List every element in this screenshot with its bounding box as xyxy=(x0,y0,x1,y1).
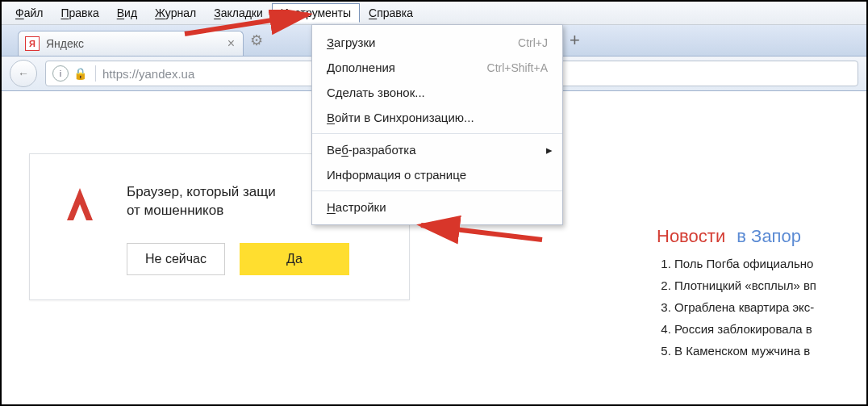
tools-menu: ЗагрузкиCtrl+J ДополненияCtrl+Shift+A Сд… xyxy=(311,24,563,225)
news-block: Новости в Запор Поль Погба официально Пл… xyxy=(657,226,866,366)
menu-file[interactable]: Файл xyxy=(6,3,52,23)
lock-icon: 🔒 xyxy=(73,67,87,80)
shortcut-label: Ctrl+Shift+A xyxy=(487,61,548,74)
menu-web-developer[interactable]: Веб-разработка▸ xyxy=(312,137,562,162)
yandex-favicon: Я xyxy=(25,36,40,51)
new-tab-icon[interactable]: + xyxy=(570,30,580,51)
news-list: Поль Погба официально Плотницкий «всплыл… xyxy=(657,257,866,358)
menu-sign-in-sync[interactable]: Войти в Синхронизацию... xyxy=(312,105,562,130)
news-item[interactable]: Плотницкий «всплыл» вп xyxy=(674,278,866,292)
menu-make-call[interactable]: Сделать звонок... xyxy=(312,80,562,105)
menu-view[interactable]: Вид xyxy=(108,3,146,23)
menu-edit[interactable]: Правка xyxy=(52,3,107,23)
menu-downloads[interactable]: ЗагрузкиCtrl+J xyxy=(312,30,562,55)
chevron-right-icon: ▸ xyxy=(546,143,553,157)
news-item[interactable]: В Каменском мужчина в xyxy=(674,344,866,358)
menu-page-info[interactable]: Информация о странице xyxy=(312,162,562,187)
browser-window: Файл Правка Вид Журнал Закладки Инструме… xyxy=(0,0,868,406)
promo-buttons: Не сейчас Да xyxy=(127,243,349,275)
menu-help[interactable]: Справка xyxy=(360,3,422,23)
menu-addons[interactable]: ДополненияCtrl+Shift+A xyxy=(312,55,562,80)
promo-text: Браузер, который защи от мошенников xyxy=(127,183,276,220)
news-item[interactable]: Россия заблокировала в xyxy=(674,322,866,336)
site-info-icon[interactable]: i xyxy=(52,65,69,82)
menu-separator xyxy=(312,133,562,134)
news-tab-news[interactable]: Новости xyxy=(657,226,725,246)
news-tab-region[interactable]: в Запор xyxy=(737,226,801,246)
news-item[interactable]: Ограблена квартира экс- xyxy=(674,300,866,314)
svg-line-0 xyxy=(185,15,308,34)
arrow-left-icon: ← xyxy=(18,67,29,80)
svg-line-1 xyxy=(421,225,542,240)
annotation-arrow-bottom xyxy=(413,216,550,248)
shortcut-label: Ctrl+J xyxy=(518,36,548,49)
menu-separator xyxy=(312,190,562,191)
news-item[interactable]: Поль Погба официально xyxy=(674,257,866,270)
annotation-arrow-top xyxy=(181,10,318,42)
url-text: https://yandex.ua xyxy=(102,67,194,81)
news-heading: Новости в Запор xyxy=(657,226,866,247)
yes-button[interactable]: Да xyxy=(240,243,349,275)
not-now-button[interactable]: Не сейчас xyxy=(127,243,225,275)
back-button[interactable]: ← xyxy=(10,60,37,87)
yandex-browser-logo xyxy=(57,182,102,227)
menubar: Файл Правка Вид Журнал Закладки Инструме… xyxy=(2,2,866,25)
separator xyxy=(95,65,96,82)
